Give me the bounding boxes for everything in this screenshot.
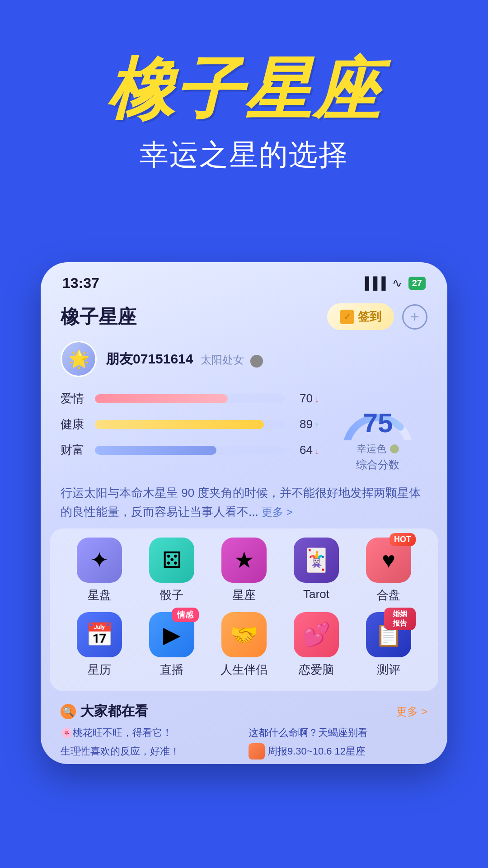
gauge-circle: 75: [337, 391, 418, 440]
xingli-label: 星历: [88, 662, 111, 678]
tarot-icon-wrapper: 🃏: [294, 538, 339, 583]
love-trend: ↓: [314, 394, 319, 404]
user-details: 朋友07151614 太阳处女: [106, 350, 263, 368]
tarot-label: Tarot: [303, 587, 329, 601]
trending-items: 🌸桃花旺不旺，得看它！ 这都什么命啊？天蝎座别看 生理性喜欢的反应，好准！ 周报…: [61, 726, 427, 760]
health-value: 89↑: [292, 417, 319, 431]
shazi-icon: ⚄: [149, 538, 194, 583]
shazi-label: 骰子: [160, 587, 183, 603]
health-stat-row: 健康 89↑: [61, 416, 319, 432]
xingzuo-label: 星座: [232, 587, 256, 603]
love-icon: 💕: [294, 612, 339, 657]
lucky-color: 幸运色: [357, 442, 399, 456]
feature-review[interactable]: 📋 婚姻报告 测评: [357, 612, 420, 678]
feature-row-2: 📅 星历 ▶ 情感 直播 🤝 人生伴侣 💕: [63, 612, 425, 678]
sun-badge: [250, 355, 263, 368]
user-sign: 太阳处女: [201, 354, 244, 366]
health-bar-bg: [95, 420, 285, 429]
love-stat-row: 爱情 70↓: [61, 391, 319, 406]
love-label: 爱情: [61, 391, 88, 406]
wealth-bar-fill: [95, 446, 216, 455]
search-icon: 🔍: [61, 704, 76, 719]
trending-section: 🔍 大家都在看 更多 > 🌸桃花旺不旺，得看它！ 这都什么命啊？天蝎座别看 生理…: [41, 696, 447, 764]
feature-shazi[interactable]: ⚄ 骰子: [140, 538, 203, 603]
add-button[interactable]: +: [402, 304, 427, 330]
app-header-title: 橡子星座: [61, 304, 136, 330]
trending-item-4[interactable]: 周报9.30~10.6 12星座: [249, 743, 427, 760]
color-dot: [390, 444, 399, 453]
status-bar: 13:37 ▐▐▐ ∿ 27: [41, 262, 447, 296]
stats-section: 爱情 70↓ 健康 89↑ 财富: [41, 382, 447, 476]
xingpan-icon-wrapper: ✦: [77, 538, 122, 583]
shazi-icon-wrapper: ⚄: [149, 538, 194, 583]
status-time: 13:37: [62, 275, 99, 292]
health-bar-fill: [95, 420, 264, 429]
wealth-label: 财富: [61, 442, 88, 458]
feature-row-1: ✦ 星盘 ⚄ 骰子 ★ 星座 🃏 Tarot: [63, 538, 425, 603]
avatar: 🌟: [61, 341, 97, 377]
xingpan-label: 星盘: [88, 587, 111, 603]
app-title-hero: 橡子星座: [27, 54, 461, 124]
trending-more[interactable]: 更多 >: [396, 704, 427, 719]
trending-header: 🔍 大家都在看 更多 >: [61, 702, 427, 721]
hero-section: 橡子星座 幸运之星的选择: [0, 0, 488, 202]
trending-row-1: 🌸桃花旺不旺，得看它！ 这都什么命啊？天蝎座别看: [61, 726, 427, 740]
gauge-number: 75: [363, 410, 393, 437]
love-label: 恋爱脑: [299, 662, 334, 678]
partner-icon: 🤝: [221, 612, 267, 657]
feature-tarot[interactable]: 🃏 Tarot: [285, 538, 348, 603]
hot-badge: HOT: [389, 533, 416, 546]
plus-icon: +: [410, 308, 419, 326]
description: 行运太阳与本命木星呈 90 度夹角的时候，并不能很好地发挥两颗星体的良性能量，反…: [41, 476, 447, 528]
love-icon-wrapper: 💕: [294, 612, 339, 657]
hepan-icon-wrapper: ♥ HOT: [366, 538, 411, 583]
app-subtitle-hero: 幸运之星的选择: [27, 135, 461, 175]
xingli-icon: 📅: [77, 612, 122, 657]
review-icon-wrapper: 📋 婚姻报告: [366, 612, 411, 657]
trending-item-1[interactable]: 🌸桃花旺不旺，得看它！: [61, 726, 239, 740]
stats-bars: 爱情 70↓ 健康 89↑ 财富: [61, 391, 319, 472]
trending-thumb: [249, 743, 265, 760]
score-gauge: 75 幸运色 综合分数: [328, 391, 427, 472]
wealth-value: 64↓: [292, 443, 319, 457]
wealth-stat-row: 财富 64↓: [61, 442, 319, 458]
wealth-bar-bg: [95, 446, 285, 455]
partner-icon-wrapper: 🤝: [221, 612, 267, 657]
header-actions: ✓ 签到 +: [327, 303, 427, 330]
checkin-icon: ✓: [340, 310, 354, 324]
xingzuo-icon: ★: [221, 538, 267, 583]
feature-live[interactable]: ▶ 情感 直播: [140, 612, 203, 678]
battery-icon: 27: [408, 277, 426, 290]
feature-partner[interactable]: 🤝 人生伴侣: [212, 612, 276, 678]
trending-row-2: 生理性喜欢的反应，好准！ 周报9.30~10.6 12星座: [61, 743, 427, 760]
hun-badge: 婚姻报告: [384, 608, 416, 630]
trending-title: 🔍 大家都在看: [61, 702, 148, 721]
xingli-icon-wrapper: 📅: [77, 612, 122, 657]
trending-item-3[interactable]: 生理性喜欢的反应，好准！: [61, 743, 239, 760]
love-bar-bg: [95, 394, 285, 403]
live-icon-wrapper: ▶ 情感: [149, 612, 194, 657]
feature-xingli[interactable]: 📅 星历: [68, 612, 131, 678]
trending-item-2[interactable]: 这都什么命啊？天蝎座别看: [249, 726, 427, 740]
tarot-icon: 🃏: [294, 538, 339, 583]
live-label: 直播: [160, 662, 183, 678]
user-info: 🌟 朋友07151614 太阳处女: [41, 335, 447, 382]
feature-xingzuo[interactable]: ★ 星座: [212, 538, 276, 603]
app-header: 橡子星座 ✓ 签到 +: [41, 296, 447, 335]
partner-label: 人生伴侣: [221, 662, 267, 678]
feature-xingpan[interactable]: ✦ 星盘: [68, 538, 131, 603]
phone-mockup: 13:37 ▐▐▐ ∿ 27 橡子星座 ✓ 签到 + 🌟 朋友07151614 …: [41, 262, 447, 764]
health-trend: ↑: [314, 420, 319, 430]
feature-grid: ✦ 星盘 ⚄ 骰子 ★ 星座 🃏 Tarot: [50, 528, 438, 691]
user-name: 朋友07151614: [106, 351, 193, 366]
more-link[interactable]: 更多 >: [262, 506, 293, 518]
feature-hepan[interactable]: ♥ HOT 合盘: [357, 538, 420, 603]
wealth-trend: ↓: [314, 446, 319, 456]
love-bar-fill: [95, 394, 228, 403]
signal-icon: ▐▐▐: [361, 276, 385, 290]
feature-love[interactable]: 💕 恋爱脑: [285, 612, 348, 678]
checkin-button[interactable]: ✓ 签到: [327, 303, 394, 330]
wifi-icon: ∿: [392, 276, 402, 290]
xingpan-icon: ✦: [77, 538, 122, 583]
review-label: 测评: [377, 662, 400, 678]
